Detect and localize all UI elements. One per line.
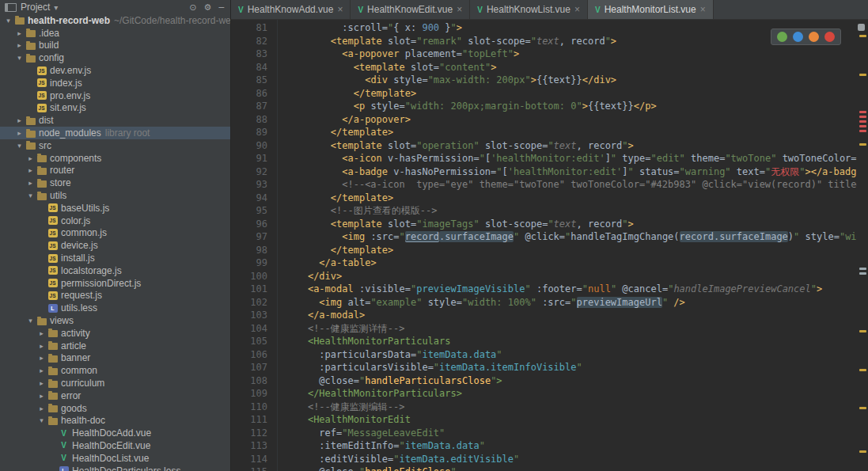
code-line[interactable]: 107 :particularsVisible="itemData.itemIn… <box>231 361 857 374</box>
code-line[interactable]: 85 <div style="max-width: 200px">{{text}… <box>231 74 857 87</box>
chevron-right-icon[interactable] <box>36 405 47 412</box>
stripe-mark[interactable] <box>859 111 866 113</box>
line-number[interactable]: 86 <box>231 87 277 101</box>
code-line[interactable]: 87 <p style="width: 200px;margin-bottom:… <box>231 100 857 113</box>
tree-item-.idea[interactable]: .idea <box>0 27 230 40</box>
tree-item-sit.env.js[interactable]: sit.env.js <box>0 102 230 115</box>
settings-icon[interactable] <box>204 3 212 12</box>
close-icon[interactable] <box>700 5 706 14</box>
tree-item-utils.less[interactable]: utils.less <box>0 302 230 314</box>
code-line[interactable]: 88 </a-popover> <box>231 113 857 127</box>
code-line[interactable]: 81 :scroll="{ x: 900 }"> <box>231 21 857 35</box>
code-line[interactable]: 82 <template slot="remark" slot-scope="t… <box>231 35 857 48</box>
chevron-down-icon[interactable] <box>25 317 36 325</box>
chevron-right-icon[interactable] <box>36 354 47 362</box>
chevron-right-icon[interactable] <box>14 29 25 37</box>
line-number[interactable]: 95 <box>231 204 277 218</box>
tree-item-components[interactable]: components <box>0 152 230 165</box>
tree-item-common[interactable]: common <box>0 364 230 377</box>
code-line[interactable]: 92 <a-badge v-hasNoPermission="['healthM… <box>231 165 857 179</box>
tab-HealthKnowAdd.vue[interactable]: HealthKnowAdd.vue <box>231 0 351 19</box>
chevron-right-icon[interactable] <box>36 342 47 350</box>
line-number[interactable]: 111 <box>231 413 277 427</box>
tree-item-install.js[interactable]: install.js <box>0 252 230 264</box>
project-panel-title[interactable]: Project <box>21 2 50 13</box>
line-number[interactable]: 90 <box>231 139 277 153</box>
code-line[interactable]: 108 @close="handleParticularsClose"> <box>231 374 857 388</box>
stripe-mark[interactable] <box>859 125 866 127</box>
chevron-right-icon[interactable] <box>25 166 36 174</box>
line-number[interactable]: 98 <box>231 244 277 257</box>
line-number[interactable]: 82 <box>231 35 277 48</box>
line-number[interactable]: 88 <box>231 113 277 127</box>
tree-item-pro.env.js[interactable]: pro.env.js <box>0 89 230 102</box>
chevron-right-icon[interactable] <box>14 41 25 49</box>
close-icon[interactable] <box>457 5 462 14</box>
hide-icon[interactable] <box>218 3 224 12</box>
tree-item-dist[interactable]: dist <box>0 114 230 127</box>
code-line[interactable]: 112 ref="MessageLeaveEdit" <box>231 427 857 440</box>
stripe-mark[interactable] <box>859 407 866 409</box>
tree-item-HealthDocParticulars.less[interactable]: HealthDocParticulars.less <box>0 465 230 471</box>
tree-item-color.js[interactable]: color.js <box>0 215 230 227</box>
tree-item-build[interactable]: build <box>0 40 230 52</box>
stripe-mark[interactable] <box>859 130 866 132</box>
tree-item-device.js[interactable]: device.js <box>0 239 230 252</box>
tree-item-health-record-web[interactable]: health-record-web~/GitCode/health-record… <box>0 14 230 27</box>
tab-HealthKnowEdit.vue[interactable]: HealthKnowEdit.vue <box>351 0 470 19</box>
close-icon[interactable] <box>574 5 580 14</box>
chevron-right-icon[interactable] <box>36 329 47 337</box>
code-line[interactable]: 97 <img :src="record.surfaceImage" @clic… <box>231 230 857 244</box>
line-number[interactable]: 103 <box>231 309 277 322</box>
stripe-mark[interactable] <box>859 369 866 371</box>
tree-item-store[interactable]: store <box>0 177 230 189</box>
line-number[interactable]: 101 <box>231 283 277 296</box>
tree-item-banner[interactable]: banner <box>0 352 230 365</box>
code-line[interactable]: 91 <a-icon v-hasPermission="['healthMoni… <box>231 152 857 165</box>
chevron-down-icon[interactable] <box>25 192 36 199</box>
stripe-mark[interactable] <box>859 116 866 118</box>
line-number[interactable]: 105 <box>231 335 277 348</box>
line-number[interactable]: 97 <box>231 230 277 244</box>
code-line[interactable]: 98 </template> <box>231 244 857 257</box>
tree-item-HealthDocList.vue[interactable]: HealthDocList.vue <box>0 452 230 465</box>
tree-item-goods[interactable]: goods <box>0 402 230 415</box>
line-number[interactable]: 102 <box>231 296 277 310</box>
stripe-mark[interactable] <box>859 268 866 270</box>
chevron-down-icon[interactable] <box>3 17 13 25</box>
tree-item-views[interactable]: views <box>0 314 230 327</box>
code-line[interactable]: 99 </a-table> <box>231 256 857 270</box>
tree-item-router[interactable]: router <box>0 165 230 177</box>
tree-item-src[interactable]: src <box>0 139 230 152</box>
chevron-right-icon[interactable] <box>25 154 36 162</box>
opera-icon[interactable] <box>824 32 835 42</box>
locate-icon[interactable] <box>189 3 196 12</box>
code-area[interactable]: 81 :scroll="{ x: 900 }">82 <template slo… <box>231 21 857 471</box>
tree-item-config[interactable]: config <box>0 51 230 64</box>
chevron-right-icon[interactable] <box>25 179 36 187</box>
stripe-mark[interactable] <box>859 35 866 37</box>
tree-item-node_modules[interactable]: node_moduleslibrary root <box>0 127 230 139</box>
chevron-right-icon[interactable] <box>14 129 25 137</box>
line-number[interactable]: 107 <box>231 361 277 374</box>
code-line[interactable]: 86 </template> <box>231 87 857 101</box>
error-stripe[interactable] <box>857 20 868 471</box>
code-line[interactable]: 84 <template slot="content"> <box>231 61 857 74</box>
code-line[interactable]: 95 <!--图片查看的模版--> <box>231 204 857 218</box>
close-icon[interactable] <box>337 5 343 14</box>
code-line[interactable]: 83 <a-popover placement="topLeft"> <box>231 47 857 61</box>
code-line[interactable]: 90 <template slot="operation" slot-scope… <box>231 139 857 153</box>
line-number[interactable]: 115 <box>231 465 277 471</box>
tree-item-localstorage.js[interactable]: localstorage.js <box>0 264 230 277</box>
chevron-right-icon[interactable] <box>36 367 47 374</box>
code-line[interactable]: 101 <a-modal :visible="previewImageVisib… <box>231 283 857 296</box>
tree-item-utils[interactable]: utils <box>0 189 230 202</box>
chevron-down-icon[interactable] <box>54 2 58 13</box>
line-number[interactable]: 104 <box>231 322 277 336</box>
line-number[interactable]: 106 <box>231 348 277 362</box>
line-number[interactable]: 113 <box>231 439 277 453</box>
code-line[interactable]: 109 </HealthMonitorParticulars> <box>231 387 857 401</box>
tab-HealthMonitorList.vue[interactable]: HealthMonitorList.vue <box>588 0 714 19</box>
code-line[interactable]: 105 <HealthMonitorParticulars <box>231 335 857 348</box>
line-number[interactable]: 110 <box>231 401 277 414</box>
